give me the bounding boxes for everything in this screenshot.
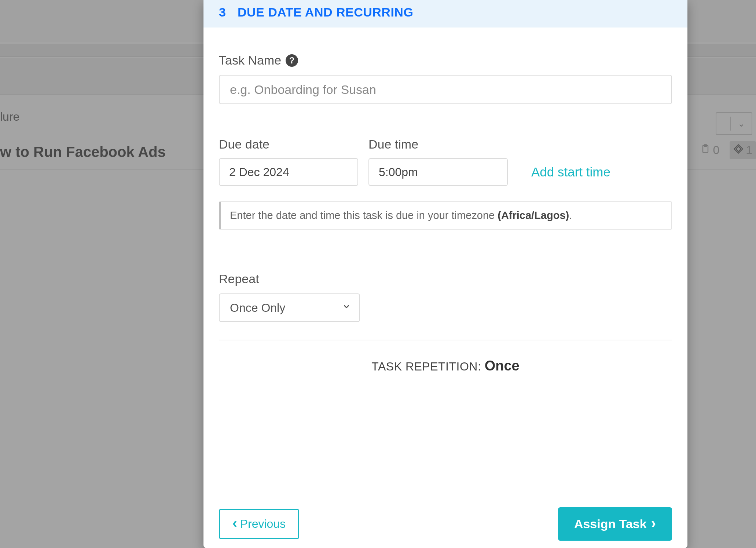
due-date-time-row: Due date Due time Add start time — [219, 137, 672, 186]
previous-button[interactable]: Previous — [219, 509, 299, 539]
assign-task-modal: 3 DUE DATE AND RECURRING Task Name ? Due… — [203, 0, 687, 548]
info-timezone: (Africa/Lagos) — [498, 209, 569, 221]
repetition-summary: TASK REPETITION: Once — [219, 358, 672, 374]
repetition-label: TASK REPETITION: — [371, 360, 484, 373]
timezone-info-box: Enter the date and time this task is due… — [219, 201, 672, 230]
chevron-right-icon — [651, 517, 656, 531]
step-title: DUE DATE AND RECURRING — [238, 5, 413, 19]
due-date-input[interactable] — [219, 158, 358, 186]
task-name-input[interactable] — [219, 75, 672, 104]
due-time-label: Due time — [368, 137, 508, 151]
repeat-select[interactable]: Once Only — [219, 293, 360, 322]
step-header: 3 DUE DATE AND RECURRING — [203, 0, 687, 28]
modal-body: Task Name ? Due date Due time Add start … — [203, 28, 687, 496]
help-icon[interactable]: ? — [286, 54, 298, 67]
due-date-label: Due date — [219, 137, 358, 151]
assign-button-label: Assign Task — [574, 517, 647, 531]
task-name-label: Task Name ? — [219, 53, 672, 67]
add-start-time-link[interactable]: Add start time — [531, 165, 610, 179]
step-number: 3 — [219, 5, 226, 19]
section-divider — [219, 340, 672, 340]
chevron-left-icon — [232, 517, 237, 531]
due-time-input[interactable] — [368, 158, 508, 186]
info-text-suffix: . — [569, 209, 572, 221]
modal-footer: Previous Assign Task — [203, 496, 687, 548]
previous-button-label: Previous — [240, 517, 286, 531]
repeat-label: Repeat — [219, 272, 672, 286]
repetition-value: Once — [485, 358, 520, 373]
assign-task-button[interactable]: Assign Task — [558, 507, 672, 541]
info-text-prefix: Enter the date and time this task is due… — [230, 209, 498, 221]
